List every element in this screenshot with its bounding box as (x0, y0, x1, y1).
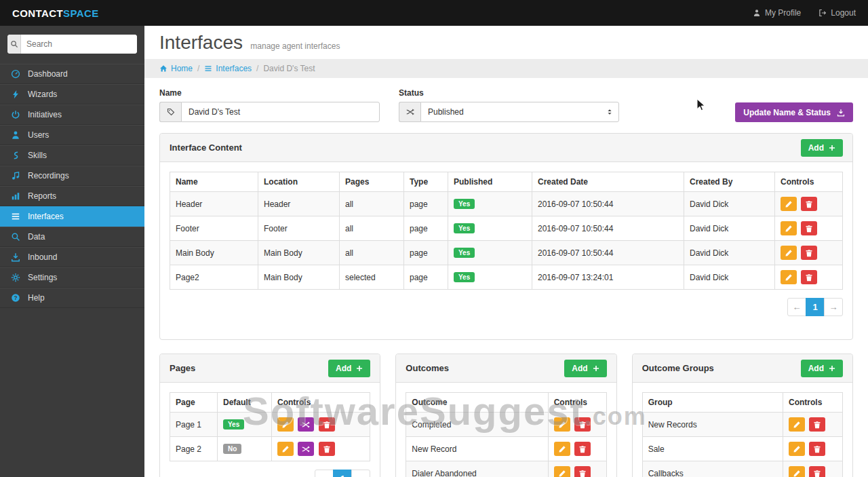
pencil-icon (785, 249, 793, 257)
add-button-label: Add (572, 364, 587, 373)
name-input[interactable] (181, 102, 380, 122)
trash-icon (578, 470, 587, 477)
edit-button[interactable] (781, 246, 797, 260)
search-icon[interactable] (7, 35, 21, 54)
sidebar-item-data[interactable]: Data (0, 227, 144, 247)
topbar: CONTACTSPACE My Profile Logout (0, 0, 868, 26)
sidebar-item-settings[interactable]: Settings (0, 267, 144, 288)
pagination-prev-button[interactable]: ← (787, 298, 806, 316)
cell-outcome: Dialer Abandoned (406, 461, 548, 477)
sidebar-item-initiatives[interactable]: Initiatives (0, 104, 144, 125)
shuffle-icon (302, 445, 310, 453)
default-badge: No (223, 444, 241, 454)
breadcrumb-separator: / (256, 64, 258, 73)
breadcrumb-home[interactable]: Home (159, 64, 193, 73)
sidebar-item-skills[interactable]: Skills (0, 145, 144, 166)
trash-icon (805, 273, 813, 282)
table-row: Page2 Main Body selected page Yes 2016-0… (170, 265, 843, 290)
edit-button[interactable] (277, 417, 294, 432)
edit-button[interactable] (781, 270, 797, 284)
trash-icon (578, 421, 587, 429)
sidebar-item-wizards[interactable]: Wizards (0, 84, 144, 104)
sidebar-item-interfaces[interactable]: Interfaces (0, 206, 144, 227)
edit-button[interactable] (781, 221, 797, 235)
plus-icon (829, 145, 835, 151)
delete-button[interactable] (574, 417, 591, 432)
delete-button[interactable] (801, 221, 817, 235)
published-badge: Yes (454, 223, 475, 233)
app-logo[interactable]: CONTACTSPACE (12, 7, 99, 19)
table-row: Sale (642, 437, 842, 461)
edit-button[interactable] (554, 466, 570, 477)
add-interface-content-button[interactable]: Add (801, 139, 843, 157)
sidebar-item-label: Skills (28, 151, 47, 160)
col-outcome: Outcome (406, 393, 548, 413)
sidebar-item-recordings[interactable]: Recordings (0, 166, 144, 186)
shuffle-button[interactable] (298, 442, 314, 456)
name-status-form: Name Status Published Update Name & Stat (159, 88, 853, 122)
sidebar-item-help[interactable]: Help (0, 288, 144, 308)
edit-button[interactable] (789, 442, 805, 456)
logout-label: Logout (831, 8, 856, 18)
cell-page: Page 1 (170, 413, 218, 437)
sidebar-item-label: Data (28, 232, 45, 242)
delete-button[interactable] (319, 417, 335, 432)
edit-button[interactable] (554, 442, 570, 456)
pencil-icon (558, 445, 566, 453)
edit-button[interactable] (554, 417, 570, 432)
search-input[interactable] (21, 35, 137, 54)
delete-button[interactable] (574, 442, 591, 456)
edit-button[interactable] (789, 466, 805, 477)
col-location: Location (258, 172, 340, 192)
sidebar-item-inbound[interactable]: Inbound (0, 247, 144, 267)
table-row: Header Header all page Yes 2016-09-07 10… (170, 192, 843, 216)
delete-button[interactable] (801, 197, 817, 211)
wizard-icon (11, 90, 20, 99)
logo-primary: CONTACT (12, 7, 63, 19)
published-badge: Yes (454, 199, 475, 209)
shuffle-button[interactable] (298, 417, 314, 432)
pagination-page-1[interactable]: 1 (333, 470, 352, 477)
sidebar-item-reports[interactable]: Reports (0, 186, 144, 206)
cell-pages: all (340, 216, 404, 241)
add-outcome-button[interactable]: Add (564, 360, 606, 377)
delete-button[interactable] (319, 442, 335, 456)
sidebar-item-label: Help (28, 293, 45, 303)
outcome-groups-table: Group Controls New Records (642, 392, 843, 477)
edit-button[interactable] (277, 442, 294, 456)
logout-icon (818, 9, 827, 17)
status-select[interactable]: Published (420, 102, 619, 122)
logout-link[interactable]: Logout (818, 8, 856, 18)
cell-group: New Records (642, 413, 783, 437)
sidebar-item-dashboard[interactable]: Dashboard (0, 64, 144, 84)
breadcrumb-separator: / (197, 64, 199, 73)
col-created-date: Created Date (532, 172, 684, 192)
edit-button[interactable] (781, 197, 797, 211)
update-name-status-button[interactable]: Update Name & Status (735, 102, 853, 122)
trash-icon (805, 200, 813, 208)
plus-icon (356, 365, 363, 372)
delete-button[interactable] (809, 466, 825, 477)
delete-button[interactable] (801, 270, 817, 284)
sidebar-item-users[interactable]: Users (0, 125, 144, 145)
edit-button[interactable] (789, 417, 805, 432)
col-type: Type (404, 172, 448, 192)
delete-button[interactable] (574, 466, 591, 477)
tag-icon (159, 102, 181, 122)
add-page-button[interactable]: Add (328, 360, 370, 377)
breadcrumb-interfaces[interactable]: Interfaces (204, 64, 252, 73)
delete-button[interactable] (809, 417, 825, 432)
pagination-prev-button[interactable]: ← (315, 470, 334, 477)
pagination-page-1[interactable]: 1 (806, 298, 825, 316)
trash-icon (813, 421, 821, 429)
cell-created-by: David Dick (684, 192, 775, 216)
my-profile-link[interactable]: My Profile (753, 8, 801, 18)
delete-button[interactable] (801, 246, 817, 260)
add-button-label: Add (808, 364, 824, 373)
pagination-next-button[interactable]: → (351, 470, 370, 477)
delete-button[interactable] (809, 442, 825, 456)
interface-content-table: Name Location Pages Type Published Creat… (170, 172, 843, 290)
pagination-next-button[interactable]: → (824, 298, 843, 316)
pagination: ← 1 → (170, 298, 843, 316)
add-outcome-group-button[interactable]: Add (801, 360, 843, 377)
